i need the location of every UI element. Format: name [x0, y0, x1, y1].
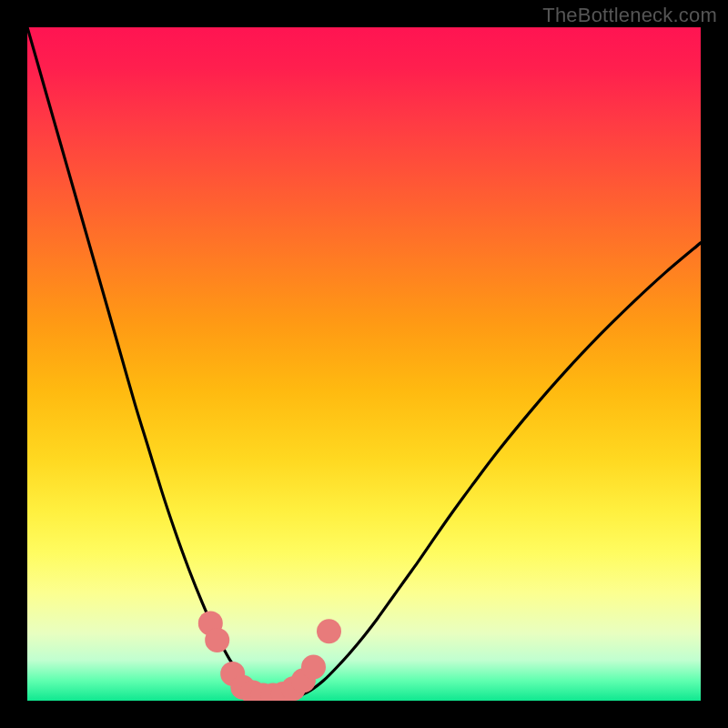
marker-dot [205, 628, 229, 652]
watermark-text: TheBottleneck.com [542, 4, 717, 27]
chart-frame [27, 27, 701, 701]
marker-dot [301, 655, 326, 680]
marker-dots [27, 27, 701, 701]
marker-dot [317, 619, 341, 643]
